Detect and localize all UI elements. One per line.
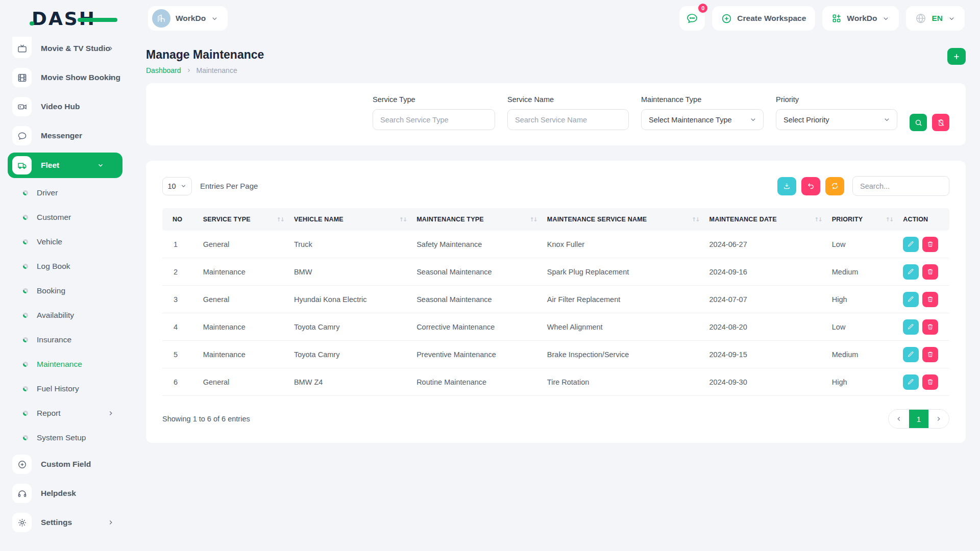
sidebar-subitem-insurance[interactable]: Insurance <box>12 332 133 347</box>
bullet-icon <box>23 411 28 416</box>
sidebar-subitem-fuel-history[interactable]: Fuel History <box>12 381 133 396</box>
chevron-right-icon <box>186 67 192 73</box>
chevron-right-icon <box>107 410 114 417</box>
sort-icon[interactable]: ↑↓ <box>277 216 284 223</box>
chevron-down-icon <box>211 15 218 22</box>
pencil-icon <box>908 268 914 275</box>
filter-label: Priority <box>776 95 897 104</box>
table-row: 1 General Truck Safety Maintenance Knox … <box>162 231 949 258</box>
cell-vehicle-name: Truck <box>289 231 411 258</box>
sort-icon[interactable]: ↑↓ <box>886 216 893 223</box>
sidebar-item-helpdesk[interactable]: Helpdesk <box>12 484 133 503</box>
cell-priority: High <box>827 368 898 396</box>
table-body: 1 General Truck Safety Maintenance Knox … <box>162 231 949 396</box>
sidebar-subitem-log-book[interactable]: Log Book <box>12 259 133 274</box>
column-header-maintenance-type[interactable]: MAINTENANCE TYPE↑↓ <box>411 208 542 231</box>
edit-button[interactable] <box>903 374 919 390</box>
sidebar-subitem-system-setup[interactable]: System Setup <box>12 430 133 445</box>
sidebar-subitem-label: Customer <box>37 213 71 222</box>
pagination-next-button[interactable] <box>928 410 949 428</box>
bullet-icon <box>23 313 28 318</box>
sidebar-item-movie-tv-studio[interactable]: Movie & TV Studio <box>12 39 133 58</box>
sort-icon[interactable]: ↑↓ <box>692 216 699 223</box>
pagination-prev-button[interactable] <box>889 410 909 428</box>
pagination-page-1[interactable]: 1 <box>909 410 928 428</box>
column-header-service-type[interactable]: SERVICE TYPE↑↓ <box>198 208 289 231</box>
sidebar-subitem-report[interactable]: Report <box>12 406 133 421</box>
workspace-name: WorkDo <box>176 14 206 23</box>
export-button[interactable] <box>777 177 796 195</box>
edit-button[interactable] <box>903 237 919 252</box>
create-workspace-button[interactable]: Create Workspace <box>712 6 815 31</box>
delete-button[interactable] <box>922 237 938 252</box>
cell-maintenance-date: 2024-06-27 <box>704 231 827 258</box>
row-actions <box>903 231 944 258</box>
service-name-input[interactable] <box>507 109 629 130</box>
undo-button[interactable] <box>801 177 820 195</box>
bullet-icon <box>23 264 28 269</box>
app-root: DASH WorkDo 0 Create Workspace Wor <box>0 0 980 551</box>
sidebar-item-movie-show-booking[interactable]: Movie Show Booking <box>12 68 133 87</box>
delete-button[interactable] <box>922 264 938 280</box>
clear-filter-button[interactable] <box>932 114 949 131</box>
messenger-button[interactable]: 0 <box>679 6 705 31</box>
film-icon <box>12 68 32 87</box>
pencil-icon <box>908 351 914 358</box>
breadcrumb-dashboard-link[interactable]: Dashboard <box>146 66 181 74</box>
edit-button[interactable] <box>903 347 919 362</box>
cell-maintenance-type: Preventive Maintenance <box>411 341 542 368</box>
language-selector[interactable]: EN <box>906 6 965 31</box>
trash-icon <box>927 241 934 247</box>
delete-button[interactable] <box>922 292 938 307</box>
table-row: 6 General BMW Z4 Routine Maintenance Tir… <box>162 368 949 396</box>
sidebar-subitem-customer[interactable]: Customer <box>12 210 133 225</box>
sort-icon[interactable]: ↑↓ <box>814 216 821 223</box>
edit-button[interactable] <box>903 319 919 335</box>
entries-per-page-select[interactable]: 10 <box>162 177 192 195</box>
cell-vehicle-name: BMW Z4 <box>289 368 411 396</box>
sort-icon[interactable]: ↑↓ <box>399 216 406 223</box>
cell-maintenance-date: 2024-09-16 <box>704 258 827 286</box>
table-search-input[interactable] <box>852 176 949 196</box>
workdo-menu-button[interactable]: WorkDo <box>822 6 899 31</box>
column-header-priority[interactable]: PRIORITY↑↓ <box>827 208 898 231</box>
column-header-maintenance-service-name[interactable]: MAINTENANCE SERVICE NAME↑↓ <box>542 208 704 231</box>
column-header-vehicle-name[interactable]: VEHICLE NAME↑↓ <box>289 208 411 231</box>
delete-button[interactable] <box>922 319 938 335</box>
delete-button[interactable] <box>922 347 938 362</box>
sidebar-subitem-booking[interactable]: Booking <box>12 283 133 298</box>
edit-button[interactable] <box>903 264 919 280</box>
chevron-down-icon <box>749 116 757 123</box>
sort-icon[interactable]: ↑↓ <box>529 216 536 223</box>
sidebar-subitem-maintenance[interactable]: Maintenance <box>12 357 133 372</box>
service-type-input[interactable] <box>373 109 495 130</box>
workspace-switcher[interactable]: WorkDo <box>148 6 228 31</box>
sidebar-item-video-hub[interactable]: Video Hub <box>12 97 133 116</box>
sidebar-subitem-availability[interactable]: Availability <box>12 308 133 323</box>
sidebar-subitem-driver[interactable]: Driver <box>12 185 133 201</box>
trash-icon <box>927 323 934 330</box>
brand-logo[interactable]: DASH <box>32 8 96 29</box>
delete-button[interactable] <box>922 374 938 390</box>
add-maintenance-button[interactable] <box>947 48 966 65</box>
sidebar-item-fleet[interactable]: Fleet <box>8 153 122 178</box>
cell-maintenance-service-name: Tire Rotation <box>542 368 704 396</box>
column-header-maintenance-date[interactable]: MAINTENANCE DATE↑↓ <box>704 208 827 231</box>
apply-filter-button[interactable] <box>910 114 927 131</box>
sidebar-subitem-vehicle[interactable]: Vehicle <box>12 234 133 249</box>
pencil-icon <box>908 296 914 303</box>
circle-plus-icon <box>721 13 732 24</box>
cell-service-type: Maintenance <box>198 258 289 286</box>
sidebar-item-custom-field[interactable]: Custom Field <box>12 455 133 474</box>
cell-priority: Low <box>827 231 898 258</box>
sidebar-item-settings[interactable]: Settings <box>12 513 133 532</box>
logo-area: DASH <box>0 0 133 37</box>
cell-vehicle-name: Hyundai Kona Electric <box>289 286 411 313</box>
priority-select[interactable]: Select Priority <box>776 109 897 130</box>
edit-button[interactable] <box>903 292 919 307</box>
maintenance-type-select[interactable]: Select Maintenance Type <box>641 109 764 130</box>
refresh-button[interactable] <box>825 177 844 195</box>
sidebar-item-messenger[interactable]: Messenger <box>12 126 133 145</box>
filter-actions <box>910 114 949 131</box>
row-actions <box>903 258 944 285</box>
